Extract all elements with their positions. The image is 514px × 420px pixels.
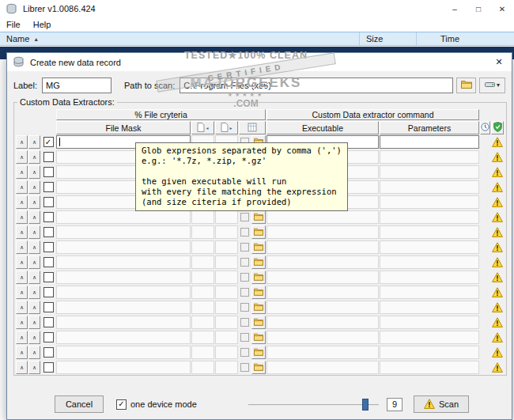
size-max-column-header[interactable]: ▸ [215, 121, 238, 134]
row-enable-checkbox[interactable]: ✓ [41, 346, 55, 359]
row-down-button[interactable]: ∧ [28, 346, 40, 359]
row-enable-checkbox[interactable]: ✓ [41, 301, 55, 314]
row-option-checkbox[interactable] [239, 255, 251, 269]
executable-input[interactable] [266, 210, 379, 224]
row-enable-checkbox[interactable]: ✓ [41, 286, 55, 299]
file-criteria-span-header[interactable]: % File cryteria [56, 109, 266, 120]
row-down-button[interactable]: ∧ [28, 180, 40, 194]
row-up-button[interactable]: ∧ [16, 286, 28, 299]
column-header-time[interactable]: Time [417, 32, 514, 45]
row-enable-checkbox[interactable]: ✓ [41, 180, 55, 194]
row-enable-checkbox[interactable]: ✓ [41, 255, 55, 269]
row-enable-checkbox[interactable]: ✓ [41, 150, 55, 164]
row-down-button[interactable]: ∧ [28, 255, 40, 269]
row-down-button[interactable]: ∧ [28, 286, 40, 299]
row-browse-button[interactable] [251, 331, 266, 344]
file-mask-input[interactable] [56, 255, 191, 269]
size-min-input[interactable] [191, 210, 214, 224]
size-max-input[interactable] [215, 346, 238, 359]
menu-help[interactable]: Help [33, 20, 51, 29]
cancel-button[interactable]: Cancel [55, 395, 104, 413]
row-browse-button[interactable] [251, 225, 266, 239]
row-browse-button[interactable] [251, 255, 266, 269]
size-min-input[interactable] [191, 346, 214, 359]
row-enable-checkbox[interactable]: ✓ [41, 195, 55, 209]
row-option-checkbox[interactable] [239, 286, 251, 299]
test-column-header[interactable] [491, 121, 504, 134]
size-max-input[interactable] [215, 225, 238, 239]
row-up-button[interactable]: ∧ [16, 180, 28, 194]
file-mask-input[interactable] [56, 361, 191, 374]
parameters-input[interactable] [380, 195, 479, 209]
executable-input[interactable] [266, 240, 379, 254]
row-up-button[interactable]: ∧ [16, 135, 28, 149]
row-browse-button[interactable] [251, 286, 266, 299]
executable-input[interactable] [266, 331, 379, 344]
row-option-checkbox[interactable] [239, 316, 251, 329]
parameters-input[interactable] [380, 210, 479, 224]
size-max-input[interactable] [215, 271, 238, 284]
row-down-button[interactable]: ∧ [28, 135, 40, 149]
file-mask-input[interactable] [56, 210, 191, 224]
row-up-button[interactable]: ∧ [16, 240, 28, 254]
cde-command-span-header[interactable]: Custom Data extractor command [266, 109, 479, 120]
file-mask-input[interactable] [56, 225, 191, 239]
parameters-input[interactable] [380, 361, 479, 374]
parameters-input[interactable] [380, 331, 479, 344]
size-min-input[interactable] [191, 316, 214, 329]
row-down-button[interactable]: ∧ [28, 240, 40, 254]
row-down-button[interactable]: ∧ [28, 195, 40, 209]
size-max-input[interactable] [215, 331, 238, 344]
row-up-button[interactable]: ∧ [16, 225, 28, 239]
size-max-input[interactable] [215, 240, 238, 254]
parameters-column-header[interactable]: Parameters [380, 121, 479, 134]
file-mask-input[interactable] [56, 240, 191, 254]
row-down-button[interactable]: ∧ [28, 150, 40, 164]
size-max-input[interactable] [215, 210, 238, 224]
row-down-button[interactable]: ∧ [28, 361, 40, 374]
timeout-column-header[interactable] [480, 121, 490, 134]
path-input[interactable] [180, 78, 453, 93]
size-min-input[interactable] [191, 301, 214, 314]
row-enable-checkbox[interactable]: ✓ [41, 316, 55, 329]
executable-input[interactable] [266, 316, 379, 329]
parameters-input[interactable] [380, 240, 479, 254]
row-browse-button[interactable] [251, 316, 266, 329]
maximize-button[interactable]: □ [467, 0, 490, 17]
size-max-input[interactable] [215, 301, 238, 314]
row-up-button[interactable]: ∧ [16, 255, 28, 269]
scan-button[interactable]: Scan [414, 395, 469, 413]
row-up-button[interactable]: ∧ [16, 165, 28, 179]
row-option-checkbox[interactable] [239, 301, 251, 314]
row-browse-button[interactable] [251, 361, 266, 374]
row-enable-checkbox[interactable]: ✓ [41, 165, 55, 179]
size-max-input[interactable] [215, 286, 238, 299]
one-device-mode-checkbox[interactable]: ✓ one device mode [116, 399, 197, 410]
size-min-input[interactable] [191, 240, 214, 254]
minimize-button[interactable]: – [443, 0, 467, 17]
row-up-button[interactable]: ∧ [16, 361, 28, 374]
row-down-button[interactable]: ∧ [28, 165, 40, 179]
options-column-header[interactable] [239, 121, 266, 134]
executable-input[interactable] [266, 361, 379, 374]
column-header-size[interactable]: Size [360, 32, 417, 45]
label-input[interactable] [42, 78, 111, 93]
parameters-input[interactable] [380, 316, 479, 329]
row-down-button[interactable]: ∧ [28, 331, 40, 344]
size-min-input[interactable] [191, 331, 214, 344]
row-option-checkbox[interactable] [239, 271, 251, 284]
column-header-name[interactable]: Name ▲ [0, 32, 360, 45]
close-button[interactable]: ✕ [490, 0, 514, 17]
row-down-button[interactable]: ∧ [28, 301, 40, 314]
size-max-input[interactable] [215, 316, 238, 329]
parameters-input[interactable] [380, 165, 479, 179]
row-up-button[interactable]: ∧ [16, 195, 28, 209]
parameters-input[interactable] [380, 135, 479, 149]
row-option-checkbox[interactable] [239, 346, 251, 359]
row-option-checkbox[interactable] [239, 331, 251, 344]
parameters-input[interactable] [380, 301, 479, 314]
row-option-checkbox[interactable] [239, 225, 251, 239]
row-enable-checkbox[interactable]: ✓ [41, 225, 55, 239]
file-mask-input[interactable] [56, 346, 191, 359]
executable-input[interactable] [266, 255, 379, 269]
